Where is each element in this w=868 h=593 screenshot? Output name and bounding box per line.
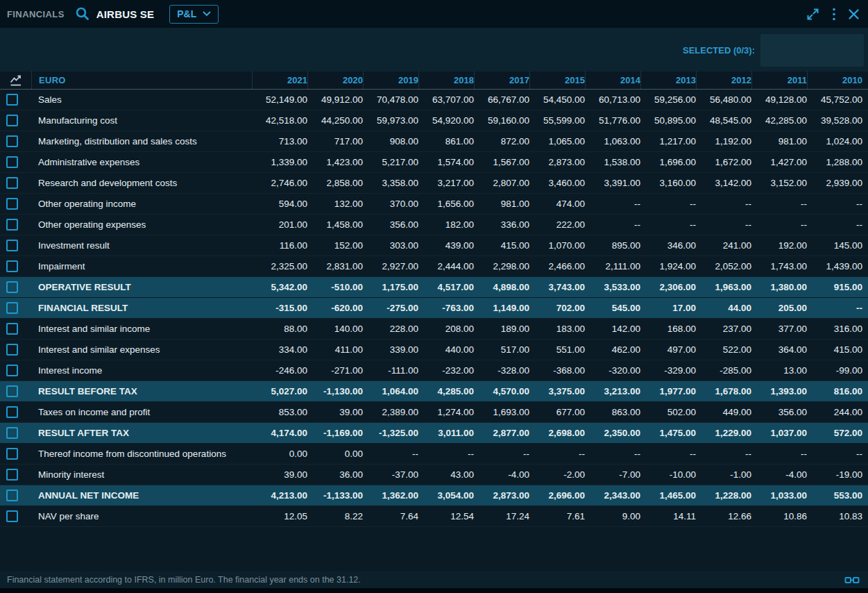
year-column-header[interactable]: 2015 [529,72,585,89]
value-cell: 895.00 [585,240,640,251]
table-row[interactable]: Minority interest 39.0036.00-37.0043.00-… [0,465,868,485]
value-cell: -763.00 [418,303,474,313]
checkbox[interactable] [6,406,18,418]
value-cell: 1,149.00 [474,303,529,313]
year-column-header[interactable]: 2014 [585,72,640,89]
year-column-header[interactable]: 2012 [696,72,751,89]
checkbox[interactable] [6,365,18,376]
value-cell: 2,873.00 [474,490,529,501]
row-label: Interest and similar expenses [31,344,252,355]
table-row[interactable]: NAV per share 12.058.227.6412.5417.247.6… [0,506,868,527]
row-checkbox-cell [0,240,31,251]
value-cell: -- [751,219,807,230]
checkbox[interactable] [6,427,18,439]
table-row[interactable]: Research and development costs 2,746.002… [0,173,868,194]
checkbox[interactable] [6,281,18,293]
table-row[interactable]: Interest and similar expenses 334.00411.… [0,340,868,360]
row-label: FINANCIAL RESULT [31,303,252,313]
table-row[interactable]: Manufacturing cost 42,518.0044,250.0059,… [0,110,868,131]
value-cell: -1.00 [696,469,751,480]
selected-items-box[interactable] [760,34,864,67]
checkbox[interactable] [6,385,18,397]
table-row[interactable]: Taxes on income and profit 853.0039.002,… [0,402,868,423]
value-cell: 3,160.00 [640,178,696,188]
checkbox[interactable] [6,448,18,460]
year-column-header[interactable]: 2020 [307,72,363,89]
year-column-header[interactable]: 2021 [252,72,307,89]
checkbox[interactable] [6,240,18,251]
table-row[interactable]: Impairment 2,325.002,831.002,927.002,444… [0,256,868,277]
value-cell: -- [640,219,696,230]
checkbox[interactable] [6,302,18,314]
chart-column-header[interactable] [0,74,31,87]
checkbox[interactable] [6,156,18,168]
value-cell: 44,250.00 [307,115,363,126]
value-cell: -- [751,449,807,459]
checkbox[interactable] [6,198,18,210]
year-column-header[interactable]: 2017 [474,72,529,89]
table-row[interactable]: Marketing, distribution and sales costs … [0,131,868,152]
checkbox[interactable] [6,260,18,272]
table-row[interactable]: Investment result 116.00152.00303.00439.… [0,235,868,256]
year-column-header[interactable]: 2019 [363,72,418,89]
search-button[interactable] [74,6,91,22]
table-row[interactable]: Thereof income from discontinued operati… [0,444,868,465]
value-cell: 2,389.00 [363,407,418,417]
checkbox[interactable] [6,135,18,147]
close-icon[interactable] [848,8,860,20]
checkbox[interactable] [6,510,18,522]
year-column-header[interactable]: 2011 [751,72,807,89]
row-checkbox-cell [0,448,31,460]
table-row[interactable]: Other operating expenses 201.001,458.003… [0,215,868,235]
checkbox[interactable] [6,490,18,501]
checkbox[interactable] [6,344,18,356]
value-cell: 1,380.00 [751,282,807,292]
checkbox[interactable] [6,219,18,231]
checkbox[interactable] [6,469,18,481]
checkbox[interactable] [6,94,18,106]
table-row[interactable]: RESULT AFTER TAX 4,174.00-1,169.00-1,325… [0,423,868,444]
value-cell: 1,977.00 [640,386,696,396]
value-cell: 12.54 [418,511,474,521]
table-row[interactable]: Administrative expenses 1,339.001,423.00… [0,152,868,173]
value-cell: -- [474,449,529,459]
expand-icon[interactable] [806,7,820,22]
checkbox[interactable] [6,115,18,126]
value-cell: 55,599.00 [529,115,585,126]
table-row[interactable]: Sales 52,149.0049,912.0070,478.0063,707.… [0,90,868,110]
year-column-header[interactable]: 2018 [418,72,474,89]
row-checkbox-cell [0,198,31,210]
table-row[interactable]: FINANCIAL RESULT -315.00-620.00-275.00-7… [0,298,868,319]
year-column-header[interactable]: 2010 [807,72,862,89]
value-cell: 4,898.00 [474,282,529,292]
value-cell: 3,054.00 [418,490,474,501]
table-row[interactable]: Interest income -246.00-271.00-111.00-23… [0,360,868,381]
year-headers: 2021202020192018201720152014201320122011… [252,72,862,89]
table-row[interactable]: RESULT BEFORE TAX 5,027.00-1,130.001,064… [0,381,868,402]
row-checkbox-cell [0,490,31,501]
value-cell: 63,707.00 [418,94,474,105]
checkbox[interactable] [6,177,18,189]
value-cell: 7.61 [529,511,585,521]
link-icon[interactable] [844,575,860,585]
value-cell: 244.00 [807,407,862,417]
currency-column-header[interactable]: EURO [31,72,252,89]
checkbox[interactable] [6,323,18,335]
year-column-header[interactable]: 2013 [640,72,696,89]
value-cell: 2,306.00 [640,282,696,292]
table-row[interactable]: Other operating income 594.00132.00370.0… [0,194,868,215]
value-cell: 0.00 [307,449,363,459]
table-row[interactable]: Interest and similar income 88.00140.002… [0,319,868,340]
table-row[interactable]: ANNUAL NET INCOME 4,213.00-1,133.001,362… [0,485,868,506]
row-label: Other operating expenses [31,219,252,230]
value-cell: 981.00 [751,136,807,147]
row-checkbox-cell [0,135,31,147]
more-options-icon[interactable] [832,7,836,22]
value-cell: 5,342.00 [252,282,307,292]
table-row[interactable]: OPERATIVE RESULT 5,342.00-510.001,175.00… [0,277,868,298]
value-cell: 677.00 [529,407,585,417]
statement-type-dropdown[interactable]: P&L [169,5,219,24]
row-checkbox-cell [0,344,31,356]
value-cell: 1,475.00 [640,428,696,438]
value-cell: -- [640,449,696,459]
